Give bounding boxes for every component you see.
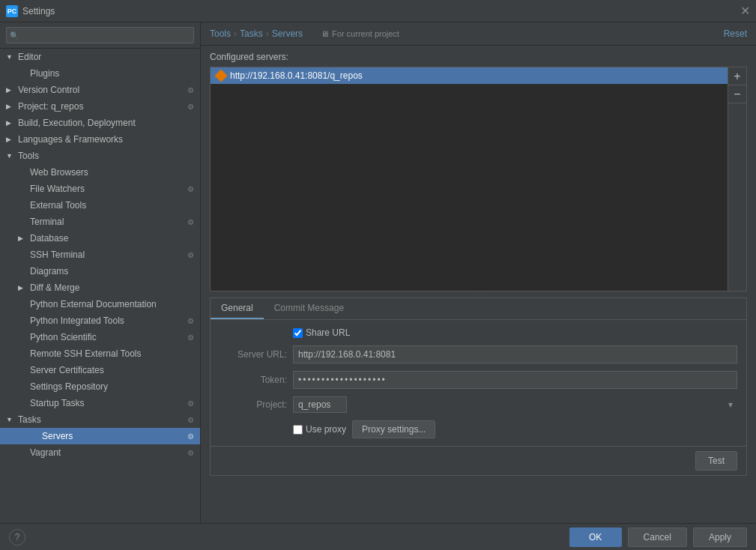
- sidebar-label: Server Certificates: [30, 365, 104, 375]
- project-row: Project: q_repos: [220, 396, 737, 413]
- sidebar-label: Web Browsers: [30, 167, 88, 178]
- share-url-row: Share URL: [220, 327, 737, 338]
- sidebar-label: Diff & Merge: [30, 282, 79, 293]
- settings-icon: ⚙: [187, 416, 194, 424]
- ok-button[interactable]: OK: [569, 528, 622, 547]
- sidebar-item-editor[interactable]: Editor: [0, 49, 200, 65]
- settings-icon: ⚙: [187, 333, 194, 342]
- for-project-label: For current project: [321, 29, 399, 38]
- sidebar-item-python-ext-doc[interactable]: Python External Documentation: [0, 296, 200, 312]
- expand-arrow: [6, 136, 15, 143]
- server-url-input[interactable]: [293, 345, 737, 363]
- sidebar-label: Settings Repository: [30, 381, 108, 392]
- add-server-button[interactable]: +: [728, 67, 746, 85]
- sidebar-item-remote-ssh[interactable]: Remote SSH External Tools: [0, 345, 200, 362]
- tab-general[interactable]: General: [211, 298, 264, 319]
- sidebar-item-python-int-tools[interactable]: Python Integrated Tools ⚙: [0, 312, 200, 329]
- sidebar-item-servers[interactable]: Servers ⚙: [0, 428, 200, 444]
- sidebar-item-diagrams[interactable]: Diagrams: [0, 263, 200, 279]
- settings-icon: ⚙: [187, 218, 194, 226]
- tab-commit-message[interactable]: Commit Message: [264, 298, 354, 319]
- apply-button[interactable]: Apply: [693, 528, 747, 547]
- remove-server-button[interactable]: −: [728, 85, 746, 103]
- test-row: Test: [211, 446, 746, 475]
- sidebar-item-ssh-terminal[interactable]: SSH Terminal ⚙: [0, 247, 200, 263]
- sidebar-item-web-browsers[interactable]: Web Browsers: [0, 164, 200, 181]
- expand-arrow: [18, 235, 27, 242]
- bottom-bar: ? OK Cancel Apply: [0, 523, 756, 550]
- test-button[interactable]: Test: [695, 451, 737, 471]
- sidebar-item-tasks[interactable]: Tasks ⚙: [0, 411, 200, 428]
- expand-arrow: [6, 416, 15, 423]
- sidebar-label: Database: [30, 233, 68, 244]
- server-url-row: Server URL:: [220, 345, 737, 363]
- sidebar-item-python-scientific[interactable]: Python Scientific ⚙: [0, 329, 200, 345]
- expand-arrow: [6, 53, 15, 61]
- sidebar-item-project[interactable]: Project: q_repos ⚙: [0, 98, 200, 115]
- project-label: Project:: [220, 399, 287, 410]
- breadcrumb-left: Tools › Tasks › Servers For current proj…: [210, 28, 399, 39]
- form-area: General Commit Message Share URL Serv: [210, 297, 747, 476]
- server-list-buttons: + −: [728, 67, 747, 291]
- share-url-label[interactable]: Share URL: [293, 327, 350, 338]
- sidebar-item-database[interactable]: Database: [0, 230, 200, 247]
- cancel-button[interactable]: Cancel: [628, 528, 687, 547]
- sidebar-label: Vagrant: [30, 447, 61, 458]
- sidebar-item-diff-merge[interactable]: Diff & Merge: [0, 279, 200, 296]
- sidebar-label: Python External Documentation: [30, 299, 157, 309]
- sidebar-item-languages[interactable]: Languages & Frameworks: [0, 131, 200, 148]
- sidebar-label: Project: q_repos: [18, 101, 83, 112]
- project-select[interactable]: q_repos: [293, 396, 347, 413]
- sidebar-item-startup-tasks[interactable]: Startup Tasks ⚙: [0, 395, 200, 411]
- share-url-checkbox[interactable]: [293, 328, 303, 338]
- server-list-item[interactable]: http://192.168.0.41:8081/q_repos: [211, 67, 728, 84]
- search-input[interactable]: [6, 27, 194, 43]
- resize-handle[interactable]: · · · · ·: [210, 291, 747, 297]
- sidebar-item-file-watchers[interactable]: File Watchers ⚙: [0, 181, 200, 197]
- token-label: Token:: [220, 375, 287, 385]
- use-proxy-text: Use proxy: [306, 424, 346, 435]
- sidebar-item-external-tools[interactable]: External Tools: [0, 197, 200, 214]
- use-proxy-checkbox[interactable]: [293, 425, 303, 435]
- expand-arrow: [6, 152, 15, 160]
- form-content: Share URL Server URL: Token:: [211, 320, 746, 446]
- help-button[interactable]: ?: [9, 529, 25, 546]
- server-list-container: http://192.168.0.41:8081/q_repos + −: [210, 67, 747, 291]
- configured-label: Configured servers:: [210, 52, 747, 62]
- settings-icon: ⚙: [187, 449, 194, 457]
- sidebar-item-vagrant[interactable]: Vagrant ⚙: [0, 444, 200, 461]
- sidebar-label: Python Scientific: [30, 332, 97, 342]
- sidebar-label: Diagrams: [30, 266, 68, 276]
- proxy-settings-button[interactable]: Proxy settings...: [352, 420, 435, 438]
- expand-arrow: [6, 119, 15, 127]
- sidebar-item-terminal[interactable]: Terminal ⚙: [0, 214, 200, 230]
- settings-icon: ⚙: [187, 185, 194, 193]
- reset-button[interactable]: Reset: [724, 28, 747, 39]
- token-input[interactable]: [293, 371, 737, 389]
- title-left: PC Settings: [6, 5, 55, 17]
- sidebar-item-settings-repo[interactable]: Settings Repository: [0, 378, 200, 395]
- sidebar-item-tools[interactable]: Tools: [0, 148, 200, 164]
- search-wrapper: [6, 27, 194, 43]
- close-button[interactable]: ✕: [740, 5, 750, 17]
- sidebar-item-plugins[interactable]: Plugins: [0, 65, 200, 82]
- breadcrumb-tools[interactable]: Tools: [210, 28, 231, 39]
- sidebar-item-server-certs[interactable]: Server Certificates: [0, 362, 200, 378]
- form-tabs: General Commit Message: [211, 298, 746, 320]
- sidebar-label: Plugins: [30, 68, 59, 79]
- sidebar-item-version-control[interactable]: Version Control ⚙: [0, 82, 200, 98]
- expand-arrow: [18, 284, 27, 291]
- share-url-text: Share URL: [306, 327, 350, 338]
- sidebar-item-build[interactable]: Build, Execution, Deployment: [0, 115, 200, 131]
- settings-icon: ⚙: [187, 317, 194, 325]
- sidebar-label: File Watchers: [30, 184, 85, 194]
- settings-icon: ⚙: [187, 103, 194, 111]
- bottom-buttons: OK Cancel Apply: [569, 528, 747, 547]
- breadcrumb-tasks[interactable]: Tasks: [240, 28, 263, 39]
- sidebar-label: External Tools: [30, 200, 86, 211]
- use-proxy-label[interactable]: Use proxy: [293, 424, 346, 435]
- server-url: http://192.168.0.41:8081/q_repos: [230, 70, 363, 81]
- breadcrumb-servers[interactable]: Servers: [272, 28, 303, 39]
- sidebar-label: Version Control: [18, 85, 79, 95]
- server-list: http://192.168.0.41:8081/q_repos: [210, 67, 728, 291]
